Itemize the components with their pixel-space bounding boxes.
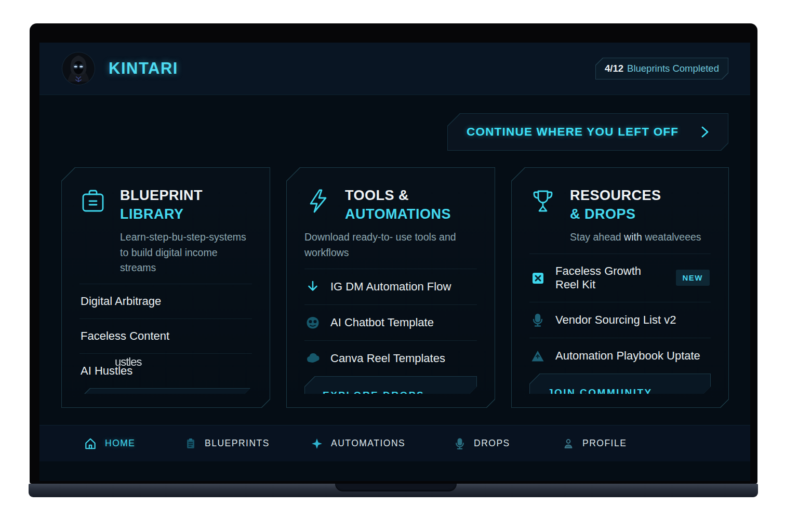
lightning-icon — [304, 187, 331, 223]
triangle-icon — [530, 349, 545, 363]
list-item-label: Faceless Growth Reel Kit — [555, 264, 666, 291]
tools-list: IG DM Automation Flow — [304, 269, 477, 376]
list-item[interactable]: Faceless Growth Reel Kit NEW — [529, 254, 711, 302]
continue-button[interactable]: CONTINUE WHERE YOU LEFT OFF — [447, 113, 728, 151]
cards-row: BLUEPRINT LIBRARY Learn-step-bu-step-sys… — [61, 167, 729, 408]
nav-item-label: DROPS — [474, 438, 510, 449]
list-item-label: AI Chatbot Template — [330, 316, 434, 329]
clipboard-icon — [184, 437, 197, 450]
resources-drops-card: RESOURCES& DROPS Stay ahead with weatalv… — [511, 167, 729, 408]
profile-icon — [562, 437, 575, 450]
chevron-right-icon — [699, 126, 711, 138]
list-item[interactable]: Digital Arbitrage — [79, 284, 252, 318]
nav-item-automations[interactable]: AUTOMATIONS — [311, 425, 405, 461]
home-icon — [84, 437, 97, 450]
card-title-accent: & DROPS — [570, 205, 661, 224]
subtitle-post: weatalveees — [642, 231, 701, 243]
list-item[interactable]: Faceless Content — [79, 318, 252, 353]
list-item-label: Automation Playbook Uptate — [555, 349, 700, 363]
tools-automations-card: TOOLS &AUTOMATIONS Download ready-to- us… — [286, 167, 495, 408]
subtitle-pre: Stay ahead — [570, 231, 624, 243]
nav-item-label: BLUEPRINTS — [205, 438, 270, 449]
bottom-nav: HOME BLUEPRINTS — [39, 425, 750, 461]
join-community-button[interactable]: JOIN COMMUNITY — [529, 374, 711, 394]
card-title-accent: LIBRARY — [120, 206, 184, 222]
continue-button-label: CONTINUE WHERE YOU LEFT OFF — [467, 125, 679, 139]
progress-count: 4/12 — [605, 63, 623, 74]
laptop-base — [29, 484, 758, 497]
blueprint-list: Digital Arbitrage Faceless Content AI Hu… — [79, 284, 252, 388]
list-item-label: Digital Arbitrage — [81, 295, 161, 308]
cloud-icon — [305, 351, 320, 366]
microphone-icon — [454, 437, 466, 450]
list-item[interactable]: AI Chatbot Template — [304, 304, 477, 340]
card-header: BLUEPRINT LIBRARY — [79, 187, 252, 223]
blueprint-library-card: BLUEPRINT LIBRARY Learn-step-bu-step-sys… — [61, 167, 270, 408]
app-header: KINTARI 4/12 Blueprints Completed — [39, 43, 750, 95]
button-label: VIEW ALL BLUEPRINTS — [98, 396, 234, 419]
card-header: TOOLS &AUTOMATIONS — [304, 187, 477, 223]
card-subtitle: Download ready-to- use tools and workflo… — [304, 230, 477, 260]
laptop-base-notch — [335, 484, 457, 491]
card-title-primary: TOOLS & — [345, 188, 409, 203]
list-item[interactable]: Canva Reel Templates — [304, 340, 477, 376]
microphone-icon — [530, 313, 545, 327]
hooded-figure-avatar-image — [62, 52, 95, 85]
sparkle-icon — [311, 437, 323, 450]
brand-title: KINTARI — [109, 59, 178, 78]
nav-item-label: AUTOMATIONS — [331, 438, 405, 449]
avatar[interactable] — [62, 52, 95, 85]
list-item-ghost-text: ustles — [115, 355, 141, 369]
card-title-primary: BLUEPRINT — [120, 188, 203, 203]
list-item[interactable]: AI Hustles ustles — [79, 353, 252, 388]
new-badge: NEW — [676, 270, 710, 286]
card-title: BLUEPRINT LIBRARY — [120, 187, 252, 223]
page: KINTARI 4/12 Blueprints Completed CONTIN… — [0, 0, 798, 532]
list-item[interactable]: IG DM Automation Flow — [304, 269, 477, 304]
trophy-icon — [529, 187, 556, 223]
card-title: RESOURCES& DROPS — [570, 187, 661, 223]
list-item-label: Faceless Content — [81, 329, 169, 343]
card-subtitle: Stay ahead with weatalveees — [570, 230, 711, 245]
button-label: JOIN COMMUNITY — [548, 387, 693, 398]
x-square-icon — [530, 271, 545, 285]
view-all-blueprints-button[interactable]: VIEW ALL BLUEPRINTS — [79, 388, 252, 394]
nav-item-profile[interactable]: PROFILE — [562, 425, 627, 461]
download-arrow-icon — [305, 280, 320, 294]
nav-item-drops[interactable]: DROPS — [454, 425, 510, 461]
card-subtitle: Learn-step-bu-step-systems to build digi… — [120, 230, 252, 275]
nav-item-label: PROFILE — [582, 438, 627, 449]
list-item[interactable]: Vendor Sourcing List v2 — [529, 302, 711, 338]
list-item-label: Canva Reel Templates — [330, 352, 445, 365]
card-title-accent: AUTOMATIONS — [345, 205, 451, 224]
app-screen: KINTARI 4/12 Blueprints Completed CONTIN… — [39, 43, 750, 481]
explore-drops-button[interactable]: EXPLORE DROPS — [304, 376, 477, 394]
clipboard-icon — [79, 187, 107, 223]
resources-list: Faceless Growth Reel Kit NEW — [529, 254, 711, 374]
nav-item-home[interactable]: HOME — [84, 425, 136, 461]
blueprints-progress-badge: 4/12 Blueprints Completed — [595, 58, 728, 79]
list-item-label: IG DM Automation Flow — [330, 280, 451, 294]
button-label: EXPLORE DROPS — [323, 390, 459, 401]
list-item-label: Vendor Sourcing List v2 — [555, 313, 676, 327]
progress-label: Blueprints Completed — [627, 63, 719, 74]
card-header: RESOURCES& DROPS — [529, 187, 711, 223]
nav-item-blueprints[interactable]: BLUEPRINTS — [184, 425, 270, 461]
card-title: TOOLS &AUTOMATIONS — [345, 187, 451, 223]
list-item[interactable]: Automation Playbook Uptate — [529, 338, 711, 374]
nav-item-label: HOME — [105, 438, 136, 449]
robot-icon — [305, 315, 320, 330]
subtitle-em: with — [624, 231, 642, 243]
card-title-primary: RESOURCES — [570, 188, 661, 203]
laptop-frame: KINTARI 4/12 Blueprints Completed CONTIN… — [30, 23, 757, 484]
